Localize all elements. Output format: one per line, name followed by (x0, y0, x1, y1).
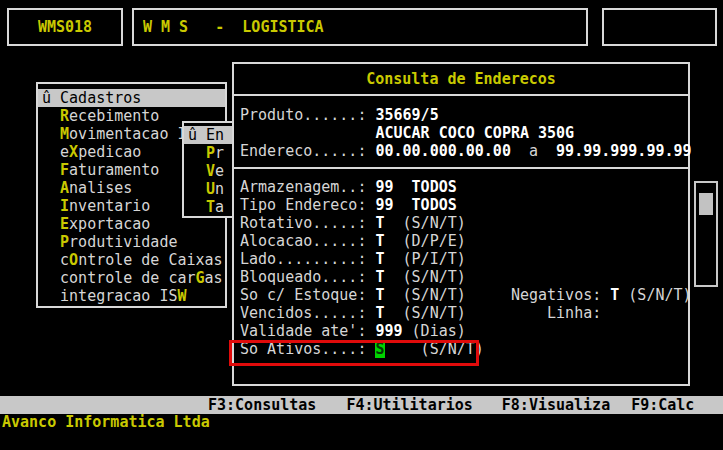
menu-item-text (42, 125, 60, 143)
field-value[interactable]: 00.00.000.00.00 (375, 142, 510, 160)
field-row-endereco: Endereco.....: 00.00.000.00.00 a 99.99.9… (234, 142, 688, 160)
menu-item[interactable]: û En (184, 126, 234, 144)
field-value[interactable]: 99 (375, 196, 393, 214)
field-value[interactable]: 999 (375, 322, 402, 340)
scrollbar[interactable] (694, 181, 718, 287)
field-row-produto-descricao: ACUCAR COCO COPRA 350G (234, 124, 688, 142)
menu-item-text: û En (188, 126, 224, 144)
menu-item-hotkey: M (60, 125, 69, 143)
menu-item-text: aturamento (69, 161, 159, 179)
menu-item[interactable]: cOntrole de Caixas (38, 251, 225, 269)
field-label: (S/N/T) (385, 286, 466, 304)
menu-item[interactable]: Ve (184, 162, 234, 180)
field-label: (S/N/T) (385, 214, 466, 232)
menu-item-text: xportacao (69, 215, 150, 233)
menu-item-hotkey: F (60, 161, 69, 179)
function-key-bar: F3:ConsultasF4:UtilitariosF8:VisualizaF9… (0, 396, 723, 414)
field-value[interactable]: TODOS (412, 178, 457, 196)
dialog-filter-fields: Armazenagem..: 99 TODOSTipo Endereco: 99… (234, 178, 688, 358)
menu-item-text: ecebimento (69, 107, 159, 125)
function-key-f3[interactable]: F3:Consultas (208, 396, 316, 414)
field-value[interactable]: T (375, 286, 384, 304)
field-label: a (511, 142, 556, 160)
field-value[interactable]: T (375, 232, 384, 250)
field-value[interactable]: ACUCAR COCO COPRA 350G (375, 124, 574, 142)
menu-item[interactable]: controle de carGas (38, 269, 225, 287)
function-key-f9[interactable]: F9:Calc (631, 396, 694, 414)
menu-item-hotkey: P (60, 233, 69, 251)
menu-item-text: pedicao (78, 143, 141, 161)
menu-item-text: controle de car (42, 269, 196, 287)
menu-item-text: c (42, 251, 69, 269)
menu-item[interactable]: Produtividade (38, 233, 225, 251)
menu-item-text (42, 215, 60, 233)
active-input-cursor[interactable]: S (375, 340, 384, 358)
field-value[interactable]: TODOS (412, 196, 457, 214)
field-label: Negativos: (466, 286, 611, 304)
function-key-f8[interactable]: F8:Visualiza (502, 396, 610, 414)
menu-item-text: n (215, 180, 224, 198)
field-row-bloqueado: Bloqueado....: T (S/N/T) (234, 268, 688, 286)
dialog-header-fields: Produto......: 35669/5 ACUCAR COCO COPRA… (234, 106, 688, 160)
field-label: Rotativo.....: (240, 214, 375, 232)
menu-item-text (188, 144, 206, 162)
empty-header-box (602, 8, 717, 46)
field-value[interactable]: 99.99.999.99.99 (556, 142, 691, 160)
dialog-title: Consulta de Enderecos (234, 70, 688, 88)
field-row-validade-ate: Validade ate': 999 (Dias) (234, 322, 688, 340)
menu-item-hotkey: G (196, 269, 205, 287)
menu-item-text (188, 162, 206, 180)
field-label: (S/N/T) (385, 340, 484, 358)
field-label: (D/P/E) (385, 232, 466, 250)
menu-item-text: r (215, 144, 224, 162)
field-value[interactable]: 35669/5 (375, 106, 438, 124)
field-value[interactable]: T (375, 268, 384, 286)
field-label: Endereco.....: (240, 142, 375, 160)
field-label: (S/N/T) (619, 286, 691, 304)
menu-item[interactable]: Un (184, 180, 234, 198)
menu-item-text (188, 198, 206, 216)
menu-item[interactable]: Ta (184, 198, 234, 216)
menu-item-hotkey: I (60, 197, 69, 215)
menu-item-hotkey: X (69, 143, 78, 161)
menu-item-text: ntrole de Caixas (78, 251, 223, 269)
field-label: Bloqueado....: (240, 268, 375, 286)
menu-item-hotkey: A (60, 179, 69, 197)
field-label: So c/ Estoque: (240, 286, 375, 304)
field-label: (S/N/T) (385, 304, 466, 322)
menu-item-text (42, 233, 60, 251)
field-label (240, 124, 375, 142)
menu-item-hotkey: U (206, 180, 215, 198)
menu-item-hotkey: T (206, 198, 215, 216)
field-label (394, 178, 412, 196)
field-label: Armazenagem..: (240, 178, 375, 196)
menu-item-text: e (215, 162, 224, 180)
company-name: Avanco Informatica Ltda (2, 413, 210, 431)
field-value[interactable]: T (375, 250, 384, 268)
menu-item[interactable]: û Cadastros (38, 89, 225, 107)
field-label: Vencidos.....: (240, 304, 375, 322)
menu-item-text (188, 180, 206, 198)
field-row-vencidos: Vencidos.....: T (S/N/T) Linha: (234, 304, 688, 322)
field-label: So Ativos....: (240, 340, 375, 358)
function-key-f4[interactable]: F4:Utilitarios (346, 396, 472, 414)
field-value[interactable]: T (375, 304, 384, 322)
menu-item-text: û Cadastros (42, 89, 141, 107)
program-id: WMS018 (38, 10, 92, 44)
field-row-lado: Lado.........: T (P/I/T) (234, 250, 688, 268)
field-label: Validade ate': (240, 322, 375, 340)
field-value[interactable]: T (375, 214, 384, 232)
menu-item-text: e (42, 143, 69, 161)
menu-item-text (42, 179, 60, 197)
field-value[interactable]: T (610, 286, 619, 304)
menu-item[interactable]: integracao ISW (38, 287, 225, 305)
submenu: û En Pr Ve Un Ta (182, 121, 234, 218)
field-value[interactable]: 99 (375, 178, 393, 196)
menu-item-hotkey: E (60, 215, 69, 233)
menu-item-hotkey: O (69, 251, 78, 269)
menu-item-text: nventario (69, 197, 150, 215)
menu-item[interactable]: Pr (184, 144, 234, 162)
scrollbar-thumb[interactable] (699, 193, 713, 215)
field-label: (P/I/T) (385, 250, 466, 268)
menu-item-hotkey: V (206, 162, 215, 180)
